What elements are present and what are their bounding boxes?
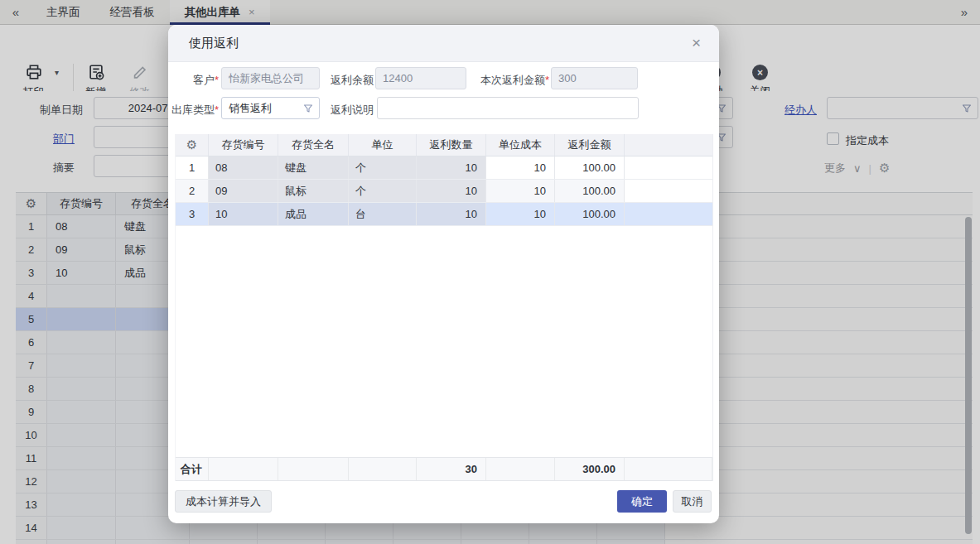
column-header-qty[interactable]: 返利数量 [417, 134, 486, 156]
cell-name: 键盘 [278, 156, 349, 179]
cell-filler [625, 156, 712, 179]
row-number: 2 [176, 180, 209, 202]
row-number: 3 [176, 203, 209, 225]
dialog-title: 使用返利 [189, 36, 239, 51]
cost-calc-import-button[interactable]: 成本计算并导入 [175, 490, 272, 513]
total-label: 合计 [176, 458, 209, 480]
dialog-close-icon[interactable]: × [692, 34, 701, 52]
cell-unit: 个 [349, 156, 417, 179]
cell-filler [625, 203, 712, 225]
cell-amount[interactable]: 100.00 [555, 156, 625, 179]
amount-input [551, 67, 638, 89]
note-label: 返利说明 [322, 103, 374, 118]
rebate-table: ⚙ 存货编号 存货全名 单位 返利数量 单位成本 返利金额 108键盘个1010… [175, 134, 713, 481]
cell-code: 09 [209, 180, 278, 202]
customer-label: 客户* [176, 73, 219, 88]
cell-amount[interactable]: 100.00 [555, 180, 625, 202]
cell-qty: 10 [417, 203, 486, 225]
cell-cost[interactable]: 10 [486, 203, 555, 225]
rebate-gear-icon[interactable]: ⚙ [176, 134, 209, 156]
cell-name: 鼠标 [278, 180, 349, 202]
cell-cost[interactable]: 10 [486, 156, 555, 179]
column-header-name[interactable]: 存货全名 [278, 134, 349, 156]
rebate-row[interactable]: 108键盘个1010100.00 [176, 156, 712, 180]
rebate-dialog: 使用返利 × 客户* 返利余额 本次返利金额* 出库类型* 销售返利 返利说明 … [168, 25, 719, 523]
cell-code: 10 [209, 203, 278, 225]
outbound-type-select[interactable]: 销售返利 [221, 97, 320, 119]
cell-code: 08 [209, 156, 278, 179]
cell-unit: 个 [349, 180, 417, 202]
total-qty: 30 [417, 458, 486, 480]
total-amount: 300.00 [555, 458, 625, 480]
outbound-type-label: 出库类型* [168, 103, 219, 118]
cancel-button[interactable]: 取消 [673, 490, 712, 513]
column-header-amount[interactable]: 返利金额 [555, 134, 625, 156]
cell-unit: 台 [349, 203, 417, 225]
rebate-table-header: ⚙ 存货编号 存货全名 单位 返利数量 单位成本 返利金额 [176, 134, 712, 156]
column-header-code[interactable]: 存货编号 [209, 134, 278, 156]
rebate-row[interactable]: 209鼠标个1010100.00 [176, 180, 712, 203]
cell-cost[interactable]: 10 [486, 180, 555, 202]
cell-qty: 10 [417, 180, 486, 202]
amount-label: 本次返利金额* [461, 73, 549, 88]
rebate-row[interactable]: 310成品台1010100.00 [176, 203, 712, 226]
column-header-filler [625, 134, 712, 156]
cell-name: 成品 [278, 203, 349, 225]
row-number: 1 [176, 156, 209, 179]
dialog-header: 使用返利 × [168, 25, 719, 62]
column-header-unit[interactable]: 单位 [349, 134, 417, 156]
app-screen: « 主界面 经营看板 其他出库单 × » [0, 0, 980, 544]
rebate-table-empty-space [176, 226, 712, 457]
total-row: 合计 30 300.00 [176, 457, 712, 481]
cell-filler [625, 180, 712, 202]
customer-input [221, 67, 320, 89]
balance-input [375, 67, 466, 89]
cell-amount[interactable]: 100.00 [555, 203, 625, 225]
note-input[interactable] [377, 97, 639, 119]
balance-label: 返利余额 [322, 73, 374, 88]
column-header-cost[interactable]: 单位成本 [486, 134, 555, 156]
ok-button[interactable]: 确定 [617, 490, 667, 513]
rebate-table-body: 108键盘个1010100.00209鼠标个1010100.00310成品台10… [176, 156, 712, 226]
cell-qty: 10 [417, 156, 486, 179]
filter-funnel-icon[interactable] [303, 104, 313, 116]
